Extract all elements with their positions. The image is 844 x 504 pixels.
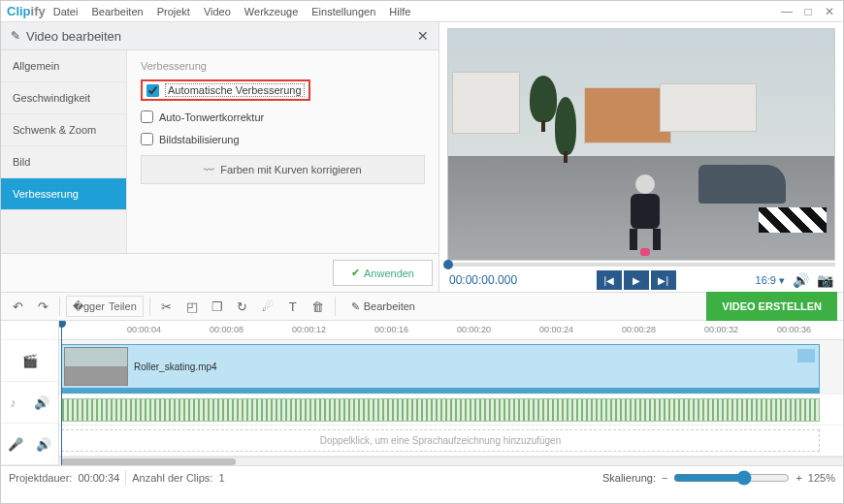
menu-tools[interactable]: Werkzeuge	[244, 6, 298, 17]
mic-mute-icon[interactable]: 🔊	[36, 437, 51, 452]
timeline-scrollbar[interactable]	[59, 457, 843, 465]
rotate-button[interactable]: ↻	[232, 296, 253, 317]
next-button[interactable]: ▶|	[651, 270, 676, 290]
group-label: Verbesserung	[141, 60, 425, 72]
zoom-in-button[interactable]: +	[795, 472, 801, 484]
menu-project[interactable]: Projekt	[157, 6, 190, 17]
stabilize-row[interactable]: Bildstabilisierung	[141, 133, 425, 145]
audio-waveform[interactable]	[61, 398, 820, 422]
crop-button[interactable]: ◰	[181, 296, 203, 317]
tick: 00:00:24	[539, 325, 573, 334]
scale-value: 125%	[808, 472, 835, 484]
menu-video[interactable]: Video	[204, 6, 231, 17]
audio-track[interactable]	[59, 394, 843, 425]
auto-enhance-row[interactable]: Automatische Verbesserung	[141, 79, 310, 101]
clip-filename: Roller_skating.mp4	[134, 362, 217, 372]
snapshot-icon[interactable]: 📷	[817, 272, 833, 288]
audio-mute-icon[interactable]: 🔊	[34, 395, 49, 410]
main-menu: Datei Bearbeiten Projekt Video Werkzeuge…	[53, 6, 411, 17]
clip-thumb-end	[797, 349, 815, 362]
status-bar: Projektdauer: 00:00:34 Anzahl der Clips:…	[1, 466, 843, 489]
mic-track-icon: 🎤	[8, 437, 23, 452]
maximize-button[interactable]: □	[800, 5, 816, 18]
curves-button[interactable]: 〰 Farben mit Kurven korrigieren	[141, 155, 425, 184]
cut-button[interactable]: ✂	[156, 296, 178, 317]
tab-enhancement[interactable]: Verbesserung	[1, 178, 126, 210]
curves-button-label: Farben mit Kurven korrigieren	[220, 164, 362, 175]
undo-button[interactable]: ↶	[7, 296, 28, 317]
timeline-playhead[interactable]	[61, 321, 62, 465]
menu-settings[interactable]: Einstellungen	[311, 6, 375, 17]
menu-help[interactable]: Hilfe	[389, 6, 410, 17]
stabilize-checkbox[interactable]	[141, 133, 153, 145]
menu-file[interactable]: Datei	[53, 6, 79, 17]
timecode: 00:00:00.000	[449, 273, 517, 287]
app-logo: Clipify	[7, 4, 46, 18]
auto-enhance-checkbox[interactable]	[146, 84, 159, 97]
edit-button[interactable]: ✎ Bearbeiten	[341, 296, 425, 317]
panel-tabs: Allgemein Geschwindigkeit Schwenk & Zoom…	[1, 50, 127, 253]
menu-edit[interactable]: Bearbeiten	[91, 6, 143, 17]
duration-label: Projektdauer:	[9, 472, 72, 484]
tick: 00:00:28	[622, 325, 656, 334]
video-track-icon: 🎬	[22, 354, 38, 368]
auto-tone-checkbox[interactable]	[141, 110, 153, 123]
preview-area: 00:00:00.000 |◀ ▶ ▶| 16:9 ▾ 🔊 📷	[439, 22, 843, 292]
close-window-button[interactable]: ✕	[822, 5, 837, 18]
tick: 00:00:04	[127, 325, 161, 334]
text-button[interactable]: T	[282, 296, 304, 317]
delete-button[interactable]: 🗑	[308, 296, 329, 317]
panel-title: Video bearbeiten	[26, 29, 121, 44]
tab-general[interactable]: Allgemein	[1, 50, 126, 82]
video-clip[interactable]: Roller_skating.mp4	[61, 344, 820, 389]
aspect-ratio[interactable]: 16:9 ▾	[756, 274, 785, 287]
time-ruler[interactable]: 00:00:04 00:00:08 00:00:12 00:00:16 00:0…	[59, 321, 843, 340]
edit-button-label: Bearbeiten	[364, 300, 415, 312]
tab-image[interactable]: Bild	[1, 146, 126, 178]
zoom-out-button[interactable]: −	[662, 472, 667, 484]
tick: 00:00:32	[704, 325, 738, 334]
volume-icon[interactable]: 🔊	[793, 272, 809, 288]
edit-panel: ✎ Video bearbeiten ✕ Allgemein Geschwind…	[1, 22, 439, 292]
create-video-button[interactable]: VIDEO ERSTELLEN	[706, 292, 837, 321]
split-button[interactable]: �gger Teilen	[66, 296, 144, 317]
redo-button[interactable]: ↷	[32, 296, 53, 317]
timeline: 🎬 ♪ 🔊 🎤 🔊 00:00:04 00:00:08 00:00:12 00:…	[1, 321, 843, 466]
auto-tone-row[interactable]: Auto-Tonwertkorrektur	[141, 110, 425, 123]
minimize-button[interactable]: —	[779, 5, 795, 18]
tick: 00:00:12	[292, 325, 326, 334]
scrub-handle[interactable]	[443, 260, 453, 269]
voice-hint[interactable]: Doppelklick, um eine Sprachaufzeichnung …	[61, 429, 820, 452]
tick: 00:00:08	[210, 325, 243, 334]
tick: 00:00:20	[457, 325, 491, 334]
tick: 00:00:36	[777, 325, 811, 334]
split-label: Teilen	[109, 300, 137, 312]
apply-button[interactable]: ✔ Anwenden	[333, 260, 433, 286]
clips-value: 1	[218, 472, 224, 484]
voice-track[interactable]: Doppelklick, um eine Sprachaufzeichnung …	[59, 425, 843, 457]
check-icon: ✔	[351, 267, 360, 279]
tab-panzoom[interactable]: Schwenk & Zoom	[1, 114, 126, 146]
clips-label: Anzahl der Clips:	[132, 472, 212, 484]
auto-tone-label: Auto-Tonwertkorrektur	[159, 111, 264, 123]
auto-enhance-label: Automatische Verbesserung	[165, 83, 305, 97]
panel-close-button[interactable]: ✕	[417, 28, 429, 44]
split-icon: �gger	[73, 300, 105, 313]
effects-button[interactable]: ☄	[257, 296, 278, 317]
copy-button[interactable]: ❐	[207, 296, 228, 317]
stabilize-label: Bildstabilisierung	[159, 134, 240, 145]
video-preview[interactable]	[447, 28, 835, 261]
scroll-thumb[interactable]	[61, 458, 236, 465]
video-track[interactable]: Roller_skating.mp4	[59, 340, 843, 394]
timeline-toolbar: ↶ ↷ �gger Teilen ✂ ◰ ❐ ↻ ☄ T 🗑 ✎ Bearbei…	[1, 292, 843, 321]
edit-icon: ✎	[11, 29, 20, 43]
duration-value: 00:00:34	[78, 472, 119, 484]
titlebar: Clipify Datei Bearbeiten Projekt Video W…	[1, 1, 843, 22]
edit-pencil-icon: ✎	[351, 300, 360, 313]
scale-label: Skalierung:	[602, 472, 656, 484]
tab-speed[interactable]: Geschwindigkeit	[1, 82, 126, 114]
play-button[interactable]: ▶	[624, 270, 649, 290]
prev-button[interactable]: |◀	[597, 270, 622, 290]
scale-slider[interactable]	[673, 470, 790, 486]
curve-icon: 〰	[204, 164, 214, 175]
